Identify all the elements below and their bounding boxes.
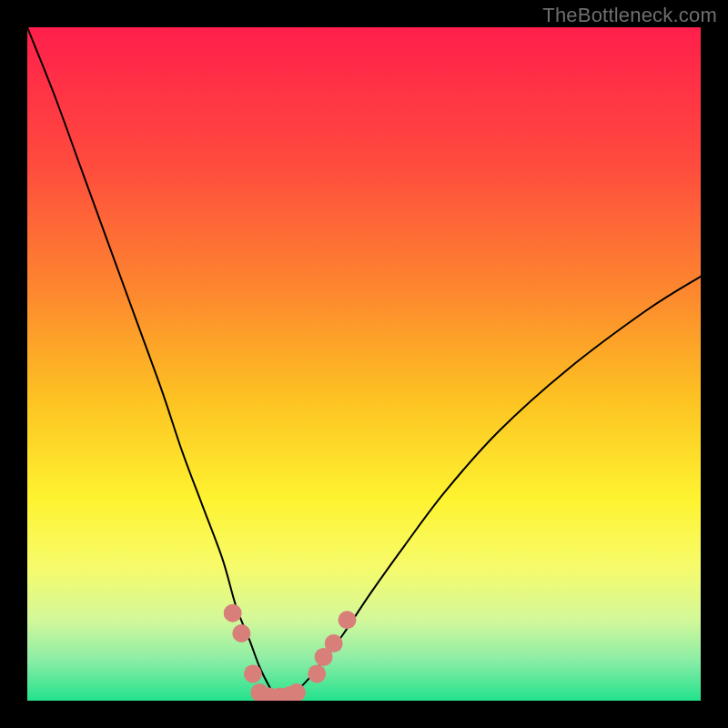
- marker-dot: [325, 634, 343, 652]
- marker-dot: [224, 604, 242, 622]
- marker-dot: [232, 624, 250, 642]
- chart-frame: TheBottleneck.com: [0, 0, 728, 728]
- marker-dot: [244, 664, 262, 682]
- marker-dot: [339, 611, 357, 629]
- marker-dot: [308, 664, 326, 682]
- plot-svg: [27, 27, 701, 701]
- plot-background: [27, 27, 701, 701]
- watermark-label: TheBottleneck.com: [542, 4, 717, 27]
- plot-area: [27, 27, 701, 701]
